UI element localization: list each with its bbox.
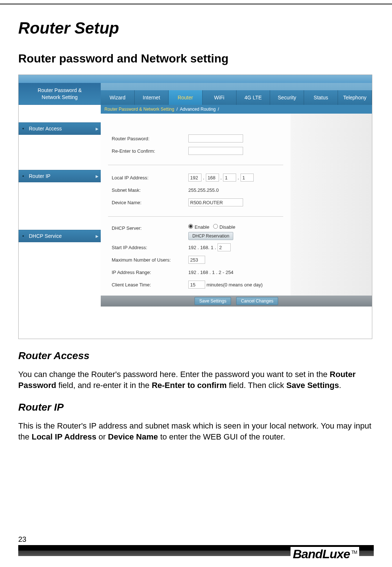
tab-security[interactable]: Security [270, 90, 304, 105]
cancel-changes-button[interactable]: Cancel Changes [236, 297, 278, 305]
label-max-users: Maximum Number of Users: [112, 257, 188, 263]
local-ip-octet-1[interactable] [188, 174, 201, 182]
subtab-router-password[interactable]: Router Password & Network Setting [104, 107, 174, 112]
save-settings-button[interactable]: Save Settings [195, 297, 231, 305]
label-subnet-mask: Subnet Mask: [112, 187, 188, 193]
router-password-confirm-input[interactable] [188, 147, 243, 155]
dhcp-enable-radio[interactable]: Enable [188, 224, 209, 230]
sidebar-item-router-ip[interactable]: Router IP [19, 170, 101, 182]
heading-router-ip: Router IP [18, 402, 374, 413]
dhcp-reservation-button[interactable]: DHCP Reservation [188, 232, 233, 240]
local-ip-octet-3[interactable] [223, 174, 236, 182]
label-ip-range: IP Address Range: [112, 270, 188, 275]
lease-time-input[interactable] [188, 281, 205, 289]
label-local-ip: Local IP Address: [112, 175, 188, 180]
sidebar-item-dhcp-service[interactable]: DHCP Service [19, 230, 101, 242]
router-admin-screenshot: Router Password & Network Setting Router… [18, 75, 372, 339]
max-users-input[interactable] [188, 256, 205, 264]
label-lease-time: Client Lease Time: [112, 282, 188, 288]
sidebar-header: Router Password & Network Setting [19, 83, 101, 105]
sidebar-item-router-access[interactable]: Router Access [19, 122, 101, 135]
label-router-password: Router Password: [112, 136, 188, 141]
tab-internet[interactable]: Internet [135, 90, 169, 105]
local-ip-octet-4[interactable] [241, 174, 254, 182]
router-password-input[interactable] [188, 134, 243, 142]
tab-wizard[interactable]: Wizard [101, 90, 135, 105]
label-reenter-confirm: Re-Enter to Confirm: [112, 148, 188, 154]
label-device-name: Device Name: [112, 200, 188, 205]
tab-4glte[interactable]: 4G LTE [237, 90, 270, 105]
device-name-input[interactable] [188, 198, 243, 206]
ip-range-value: 192 . 168 . 1 . 2 - 254 [188, 270, 234, 275]
tab-telephony[interactable]: Telephony [338, 90, 372, 105]
page-title: Router Setup [18, 19, 374, 37]
brand-logo: BandLuxeTM [291, 547, 359, 561]
tab-router[interactable]: Router [169, 90, 203, 105]
tab-wifi[interactable]: WiFi [203, 90, 237, 105]
local-ip-octet-2[interactable] [206, 174, 219, 182]
paragraph-router-ip: This is the Router's IP address and subn… [18, 421, 374, 442]
dhcp-disable-radio[interactable]: Disable [213, 224, 235, 230]
subtab-advanced-routing[interactable]: Advanced Routing [180, 107, 216, 112]
page-subtitle: Router password and Network setting [18, 52, 374, 65]
page-number: 23 [18, 535, 374, 544]
paragraph-router-access: You can change the Router's password her… [18, 369, 374, 391]
start-ip-last-octet-input[interactable] [218, 243, 231, 251]
tab-status[interactable]: Status [304, 90, 338, 105]
label-start-ip: Start IP Address: [112, 245, 188, 250]
subnet-mask-value: 255.255.255.0 [188, 187, 219, 193]
label-dhcp-server: DHCP Server: [112, 224, 188, 231]
heading-router-access: Router Access [18, 350, 374, 362]
